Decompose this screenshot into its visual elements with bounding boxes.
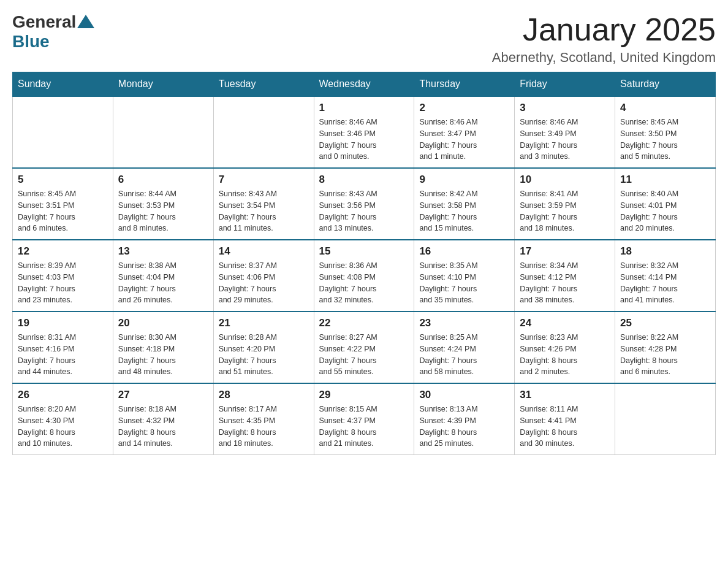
day-number: 7 bbox=[219, 174, 309, 186]
day-info: Sunrise: 8:11 AM Sunset: 4:41 PM Dayligh… bbox=[520, 404, 610, 450]
day-info: Sunrise: 8:35 AM Sunset: 4:10 PM Dayligh… bbox=[419, 260, 509, 306]
title-area: January 2025 Abernethy, Scotland, United… bbox=[492, 12, 716, 66]
day-number: 16 bbox=[419, 245, 509, 258]
day-number: 2 bbox=[419, 102, 509, 114]
day-header-friday: Friday bbox=[515, 72, 615, 97]
calendar-cell: 5Sunrise: 8:45 AM Sunset: 3:51 PM Daylig… bbox=[13, 168, 113, 240]
logo: General Blue bbox=[12, 12, 94, 52]
day-info: Sunrise: 8:45 AM Sunset: 3:51 PM Dayligh… bbox=[18, 188, 108, 234]
calendar-cell: 23Sunrise: 8:25 AM Sunset: 4:24 PM Dayli… bbox=[414, 312, 515, 383]
calendar-cell: 10Sunrise: 8:41 AM Sunset: 3:59 PM Dayli… bbox=[515, 168, 615, 240]
day-number: 5 bbox=[18, 174, 108, 186]
day-number: 9 bbox=[419, 174, 509, 186]
day-number: 13 bbox=[118, 245, 208, 258]
day-number: 29 bbox=[319, 389, 409, 401]
svg-marker-0 bbox=[77, 15, 94, 28]
day-info: Sunrise: 8:28 AM Sunset: 4:20 PM Dayligh… bbox=[219, 332, 309, 378]
calendar-cell: 16Sunrise: 8:35 AM Sunset: 4:10 PM Dayli… bbox=[414, 240, 515, 312]
day-number: 19 bbox=[18, 317, 108, 329]
day-number: 10 bbox=[520, 174, 610, 186]
month-title: January 2025 bbox=[492, 12, 716, 47]
day-info: Sunrise: 8:17 AM Sunset: 4:35 PM Dayligh… bbox=[219, 404, 309, 450]
day-number: 15 bbox=[319, 245, 409, 258]
week-row-5: 26Sunrise: 8:20 AM Sunset: 4:30 PM Dayli… bbox=[13, 383, 716, 455]
day-info: Sunrise: 8:32 AM Sunset: 4:14 PM Dayligh… bbox=[620, 260, 710, 306]
day-info: Sunrise: 8:43 AM Sunset: 3:56 PM Dayligh… bbox=[319, 188, 409, 234]
day-number: 26 bbox=[18, 389, 108, 401]
day-info: Sunrise: 8:39 AM Sunset: 4:03 PM Dayligh… bbox=[18, 260, 108, 306]
calendar-cell: 11Sunrise: 8:40 AM Sunset: 4:01 PM Dayli… bbox=[615, 168, 716, 240]
day-info: Sunrise: 8:44 AM Sunset: 3:53 PM Dayligh… bbox=[118, 188, 208, 234]
day-number: 23 bbox=[419, 317, 509, 329]
calendar-cell: 24Sunrise: 8:23 AM Sunset: 4:26 PM Dayli… bbox=[515, 312, 615, 383]
calendar-cell: 29Sunrise: 8:15 AM Sunset: 4:37 PM Dayli… bbox=[314, 383, 414, 455]
day-info: Sunrise: 8:31 AM Sunset: 4:16 PM Dayligh… bbox=[18, 332, 108, 378]
logo-general-text: General bbox=[12, 12, 76, 32]
calendar-cell: 19Sunrise: 8:31 AM Sunset: 4:16 PM Dayli… bbox=[13, 312, 113, 383]
day-info: Sunrise: 8:18 AM Sunset: 4:32 PM Dayligh… bbox=[118, 404, 208, 450]
day-info: Sunrise: 8:41 AM Sunset: 3:59 PM Dayligh… bbox=[520, 188, 610, 234]
week-row-2: 5Sunrise: 8:45 AM Sunset: 3:51 PM Daylig… bbox=[13, 168, 716, 240]
day-info: Sunrise: 8:46 AM Sunset: 3:47 PM Dayligh… bbox=[419, 117, 509, 163]
week-row-3: 12Sunrise: 8:39 AM Sunset: 4:03 PM Dayli… bbox=[13, 240, 716, 312]
calendar-cell: 28Sunrise: 8:17 AM Sunset: 4:35 PM Dayli… bbox=[213, 383, 314, 455]
day-info: Sunrise: 8:27 AM Sunset: 4:22 PM Dayligh… bbox=[319, 332, 409, 378]
location-text: Abernethy, Scotland, United Kingdom bbox=[492, 50, 716, 66]
day-info: Sunrise: 8:13 AM Sunset: 4:39 PM Dayligh… bbox=[419, 404, 509, 450]
calendar-cell: 14Sunrise: 8:37 AM Sunset: 4:06 PM Dayli… bbox=[213, 240, 314, 312]
day-info: Sunrise: 8:43 AM Sunset: 3:54 PM Dayligh… bbox=[219, 188, 309, 234]
day-header-sunday: Sunday bbox=[13, 72, 113, 97]
calendar-cell: 22Sunrise: 8:27 AM Sunset: 4:22 PM Dayli… bbox=[314, 312, 414, 383]
calendar-cell: 18Sunrise: 8:32 AM Sunset: 4:14 PM Dayli… bbox=[615, 240, 716, 312]
day-number: 24 bbox=[520, 317, 610, 329]
day-number: 11 bbox=[620, 174, 710, 186]
calendar-cell bbox=[615, 383, 716, 455]
day-info: Sunrise: 8:23 AM Sunset: 4:26 PM Dayligh… bbox=[520, 332, 610, 378]
calendar-cell: 21Sunrise: 8:28 AM Sunset: 4:20 PM Dayli… bbox=[213, 312, 314, 383]
day-number: 14 bbox=[219, 245, 309, 258]
day-header-wednesday: Wednesday bbox=[314, 72, 414, 97]
calendar-cell: 30Sunrise: 8:13 AM Sunset: 4:39 PM Dayli… bbox=[414, 383, 515, 455]
calendar-cell: 3Sunrise: 8:46 AM Sunset: 3:49 PM Daylig… bbox=[515, 96, 615, 168]
calendar-cell: 13Sunrise: 8:38 AM Sunset: 4:04 PM Dayli… bbox=[113, 240, 213, 312]
day-number: 17 bbox=[520, 245, 610, 258]
day-number: 28 bbox=[219, 389, 309, 401]
calendar-cell: 6Sunrise: 8:44 AM Sunset: 3:53 PM Daylig… bbox=[113, 168, 213, 240]
calendar-cell: 4Sunrise: 8:45 AM Sunset: 3:50 PM Daylig… bbox=[615, 96, 716, 168]
calendar-cell: 8Sunrise: 8:43 AM Sunset: 3:56 PM Daylig… bbox=[314, 168, 414, 240]
day-number: 21 bbox=[219, 317, 309, 329]
day-number: 27 bbox=[118, 389, 208, 401]
logo-triangle-icon bbox=[77, 15, 94, 28]
calendar-cell: 25Sunrise: 8:22 AM Sunset: 4:28 PM Dayli… bbox=[615, 312, 716, 383]
calendar-cell: 17Sunrise: 8:34 AM Sunset: 4:12 PM Dayli… bbox=[515, 240, 615, 312]
day-number: 1 bbox=[319, 102, 409, 114]
calendar-header: SundayMondayTuesdayWednesdayThursdayFrid… bbox=[13, 72, 716, 97]
day-header-thursday: Thursday bbox=[414, 72, 515, 97]
day-number: 20 bbox=[118, 317, 208, 329]
day-info: Sunrise: 8:25 AM Sunset: 4:24 PM Dayligh… bbox=[419, 332, 509, 378]
logo-blue-text: Blue bbox=[12, 32, 50, 52]
day-info: Sunrise: 8:36 AM Sunset: 4:08 PM Dayligh… bbox=[319, 260, 409, 306]
calendar-cell: 9Sunrise: 8:42 AM Sunset: 3:58 PM Daylig… bbox=[414, 168, 515, 240]
calendar-cell: 15Sunrise: 8:36 AM Sunset: 4:08 PM Dayli… bbox=[314, 240, 414, 312]
day-info: Sunrise: 8:30 AM Sunset: 4:18 PM Dayligh… bbox=[118, 332, 208, 378]
day-info: Sunrise: 8:40 AM Sunset: 4:01 PM Dayligh… bbox=[620, 188, 710, 234]
day-info: Sunrise: 8:42 AM Sunset: 3:58 PM Dayligh… bbox=[419, 188, 509, 234]
calendar-cell: 27Sunrise: 8:18 AM Sunset: 4:32 PM Dayli… bbox=[113, 383, 213, 455]
day-number: 22 bbox=[319, 317, 409, 329]
day-info: Sunrise: 8:20 AM Sunset: 4:30 PM Dayligh… bbox=[18, 404, 108, 450]
day-info: Sunrise: 8:46 AM Sunset: 3:46 PM Dayligh… bbox=[319, 117, 409, 163]
calendar-cell: 20Sunrise: 8:30 AM Sunset: 4:18 PM Dayli… bbox=[113, 312, 213, 383]
day-number: 25 bbox=[620, 317, 710, 329]
calendar-table: SundayMondayTuesdayWednesdayThursdayFrid… bbox=[12, 72, 716, 455]
calendar-cell bbox=[213, 96, 314, 168]
day-number: 31 bbox=[520, 389, 610, 401]
calendar-cell: 26Sunrise: 8:20 AM Sunset: 4:30 PM Dayli… bbox=[13, 383, 113, 455]
day-info: Sunrise: 8:38 AM Sunset: 4:04 PM Dayligh… bbox=[118, 260, 208, 306]
calendar-cell bbox=[13, 96, 113, 168]
calendar-cell: 12Sunrise: 8:39 AM Sunset: 4:03 PM Dayli… bbox=[13, 240, 113, 312]
calendar-cell bbox=[113, 96, 213, 168]
calendar-body: 1Sunrise: 8:46 AM Sunset: 3:46 PM Daylig… bbox=[13, 96, 716, 455]
day-number: 12 bbox=[18, 245, 108, 258]
day-number: 30 bbox=[419, 389, 509, 401]
